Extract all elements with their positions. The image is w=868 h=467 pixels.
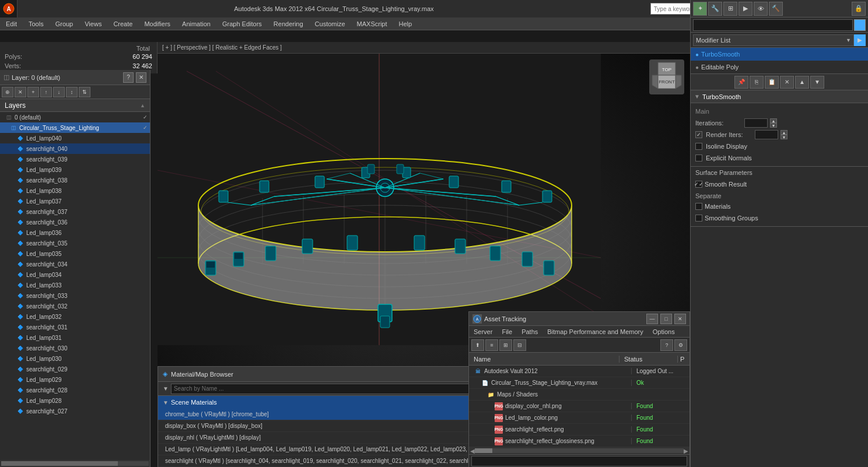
layer-item[interactable]: 🔷 searchlight_036 (0, 217, 150, 227)
at-filter-input[interactable] (471, 456, 687, 466)
at-scroll-left[interactable]: ◀ (470, 448, 475, 454)
display-tab-icon[interactable]: 👁 (754, 2, 768, 16)
ts-header[interactable]: ▼ TurboSmooth (691, 90, 868, 103)
at-scroll-thumb[interactable] (475, 448, 492, 453)
menu-create[interactable]: Create (107, 17, 138, 30)
at-item-png-4[interactable]: PNG searchlight_reflect_glossiness.png F… (469, 436, 690, 447)
layer-tb-btn-6[interactable]: ⇅ (79, 87, 90, 97)
ts-iter-down[interactable]: ▼ (770, 123, 777, 128)
mat-expand-icon[interactable]: ▼ (163, 385, 169, 392)
layer-item[interactable]: 🔷 Led_lamp034 (0, 269, 150, 280)
hierarchy-tab-icon[interactable]: ⊞ (723, 2, 737, 16)
menu-edit[interactable]: Edit (0, 17, 23, 30)
layer-item[interactable]: 🔷 Led_lamp028 (0, 395, 150, 406)
name-color-button[interactable] (854, 19, 866, 31)
mod-tb-paste-btn[interactable]: 📋 (765, 76, 779, 89)
at-tb-help-btn[interactable]: ? (660, 339, 673, 351)
layer-item[interactable]: 🔷 searchlight_028 (0, 385, 150, 395)
layer-item[interactable]: 🔷 Led_lamp039 (0, 164, 150, 175)
menu-views[interactable]: Views (79, 17, 107, 30)
layer-tb-btn-5[interactable]: ↕ (66, 87, 78, 97)
layer-item[interactable]: 🔷 searchlight_032 (0, 301, 150, 311)
mod-tb-delete-btn[interactable]: ✕ (780, 76, 794, 89)
mod-tb-up-btn[interactable]: ▲ (795, 76, 809, 89)
layer-scrollbar[interactable] (0, 460, 150, 467)
menu-animation[interactable]: Animation (176, 17, 216, 30)
sp-smoothing-groups-checkbox[interactable] (695, 215, 702, 222)
layer-item[interactable]: 🔷 searchlight_035 (0, 238, 150, 248)
ts-iterations-input[interactable]: 0 (744, 118, 768, 128)
at-menu-paths[interactable]: Paths (517, 326, 542, 338)
at-maximize-button[interactable]: □ (660, 314, 672, 324)
modifier-add-button[interactable]: ▶ (854, 34, 866, 46)
layer-tb-btn-3[interactable]: ↑ (40, 87, 52, 97)
nav-cube[interactable]: TOP FRONT (649, 59, 684, 94)
at-close-button[interactable]: ✕ (674, 314, 686, 324)
layer-item[interactable]: 🔷 searchlight_027 (0, 406, 150, 416)
modify-tab-icon[interactable]: 🔧 (708, 2, 722, 16)
at-item-maps-folder[interactable]: 📁 Maps / Shaders (469, 389, 690, 401)
layer-item[interactable]: 🔷 Led_lamp029 (0, 374, 150, 385)
mod-tb-down-btn[interactable]: ▼ (810, 76, 824, 89)
mod-tb-copy-btn[interactable]: ⎘ (750, 76, 764, 89)
layer-tb-btn-2[interactable]: + (27, 87, 39, 97)
at-item-png-1[interactable]: PNG display_color_nhl.png Found (469, 401, 690, 412)
at-horizontal-scrollbar[interactable]: ◀ ▶ (469, 447, 690, 454)
layer-item[interactable]: 🔷 searchlight_038 (0, 175, 150, 185)
ts-isoline-checkbox[interactable] (695, 143, 702, 150)
utilities-tab-icon[interactable]: 🔨 (769, 2, 783, 16)
at-scroll-right[interactable]: ▶ (684, 448, 688, 454)
layer-tb-btn-4[interactable]: ↓ (53, 87, 65, 97)
at-menu-server[interactable]: Server (469, 326, 497, 338)
layer-item[interactable]: 🔷 Led_lamp031 (0, 332, 150, 343)
ts-ri-up[interactable]: ▲ (780, 130, 788, 135)
layer-item[interactable]: 🔷 Led_lamp036 (0, 227, 150, 238)
ts-explicit-normals-checkbox[interactable] (695, 155, 702, 161)
layer-item[interactable]: 🔷 Led_lamp037 (0, 196, 150, 206)
menu-group[interactable]: Group (50, 17, 79, 30)
menu-modifiers[interactable]: Modifiers (138, 17, 176, 30)
at-item-vault[interactable]: 🏛 Autodesk Vault 2012 Logged Out ... (469, 366, 690, 377)
object-name-input[interactable]: chrome_tube (693, 19, 853, 31)
layer-item[interactable]: 🔷 searchlight_029 (0, 364, 150, 374)
layer-item[interactable]: 🔷 searchlight_037 (0, 206, 150, 217)
menu-tools[interactable]: Tools (23, 17, 50, 30)
layer-item[interactable]: 🔷 searchlight_030 (0, 343, 150, 353)
layer-tb-btn-1[interactable]: ✕ (15, 87, 26, 97)
layer-item[interactable]: 🔷 searchlight_034 (0, 259, 150, 269)
layer-item[interactable]: ◫ 0 (default) ✓ (0, 112, 150, 122)
mod-tb-pin-btn[interactable]: 📌 (734, 76, 748, 89)
layer-list[interactable]: ◫ 0 (default) ✓ ◫ Circular_Truss_Stage_L… (0, 112, 150, 460)
at-item-png-3[interactable]: PNG searchlight_reflect.png Found (469, 424, 690, 436)
at-menu-file[interactable]: File (497, 326, 517, 338)
layer-item[interactable]: 🔷 searchlight_039 (0, 154, 150, 164)
layer-close-button[interactable]: ✕ (136, 72, 146, 83)
ts-render-iters-checkbox[interactable]: ✓ (695, 131, 702, 138)
ts-ri-down[interactable]: ▼ (780, 135, 788, 139)
motion-tab-icon[interactable]: ▶ (738, 2, 752, 16)
layer-item[interactable]: 🔷 Led_lamp038 (0, 185, 150, 196)
at-menu-options[interactable]: Options (648, 326, 680, 338)
at-menu-bitmap-perf[interactable]: Bitmap Performance and Memory (542, 326, 648, 338)
layer-item[interactable]: 🔷 Led_lamp035 (0, 248, 150, 259)
menu-maxscript[interactable]: MAXScript (351, 17, 393, 30)
at-tb-list-btn[interactable]: ≡ (485, 339, 498, 351)
modifier-item-editable-poly[interactable]: ● Editable Poly (691, 61, 868, 73)
sp-materials-checkbox[interactable] (695, 203, 702, 210)
at-tb-refresh-btn[interactable]: ⬆ (471, 339, 484, 351)
layer-item[interactable]: ◫ Circular_Truss_Stage_Lighting ✓ (0, 122, 150, 133)
sp-smooth-result-checkbox[interactable]: ✓ (695, 181, 702, 188)
layer-item[interactable]: 🔷 searchlight_031 (0, 322, 150, 332)
modifier-item-turbosmooth[interactable]: ● TurboSmooth (691, 48, 868, 61)
layer-item[interactable]: 🔷 Led_lamp030 (0, 353, 150, 364)
at-tb-grid-btn[interactable]: ⊞ (499, 339, 512, 351)
at-minimize-button[interactable]: — (646, 314, 658, 324)
at-asset-list[interactable]: 🏛 Autodesk Vault 2012 Logged Out ... 📄 C… (469, 366, 690, 447)
create-tab-icon[interactable]: ✦ (693, 2, 707, 16)
at-tb-settings-btn[interactable]: ⚙ (674, 339, 687, 351)
menu-customize[interactable]: Customize (309, 17, 351, 30)
layer-item[interactable]: 🔷 Led_lamp032 (0, 311, 150, 322)
ts-render-iters-input[interactable]: 1 (755, 130, 778, 139)
layer-tb-btn-0[interactable]: ⊕ (2, 87, 13, 97)
menu-graph-editors[interactable]: Graph Editors (216, 17, 268, 30)
